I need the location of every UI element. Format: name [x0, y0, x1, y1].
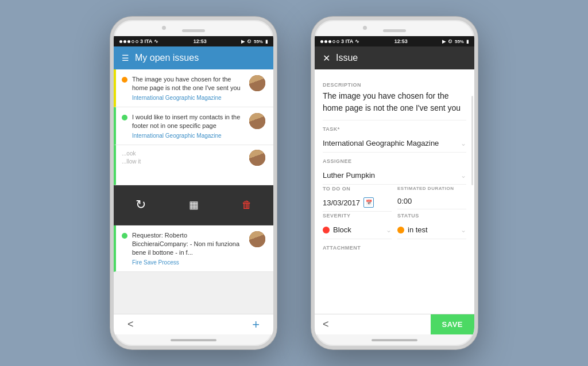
partial-content: ...ook ...llow it: [122, 150, 245, 166]
bottom-nav-left: < +: [114, 314, 273, 334]
back-btn-left[interactable]: <: [127, 318, 134, 330]
todo-date-field[interactable]: 13/03/2017 📅: [323, 194, 392, 212]
rdot-3: [328, 40, 331, 43]
refresh-icon: ↻: [136, 197, 146, 212]
issue-3-link[interactable]: Fire Save Process: [132, 259, 245, 266]
phone-right: 3 ITA ∿ 12:53 ▶ ⏲ 55% ▮ ✕ Issue DESCR: [311, 17, 478, 349]
assignee-value: Luther Pumpkin: [323, 171, 375, 180]
bottom-nav-right: < SAVE: [315, 314, 474, 334]
back-btn-right[interactable]: <: [323, 318, 329, 330]
issue-1-link[interactable]: International Geographic Magazine: [132, 95, 245, 101]
home-indicator-right[interactable]: [372, 339, 417, 341]
issue-header-right: ✕ Issue: [315, 46, 474, 69]
copy-icon: ▦: [189, 198, 199, 211]
swipe-refresh-btn[interactable]: ↻: [126, 193, 155, 217]
status-right-left: ▶ ⏲ 55% ▮: [241, 39, 268, 44]
top-bar-right: [315, 20, 474, 36]
status-bar-left: 3 ITA ∿ 12:53 ▶ ⏲ 55% ▮: [114, 36, 273, 46]
hamburger-icon[interactable]: ☰: [122, 53, 129, 63]
time-left: 12:53: [194, 38, 207, 44]
wifi-icon-right: ∿: [355, 38, 359, 44]
date-duration-row: TO DO ON 13/03/2017 📅 ESTIMATED DURATION…: [323, 186, 466, 212]
speaker-left: [182, 29, 205, 32]
severity-field[interactable]: Block ⌄: [323, 221, 392, 239]
partial-text2: ...llow it: [122, 158, 245, 166]
home-indicator-left[interactable]: [171, 339, 216, 341]
app-title-left: My open issues: [135, 53, 199, 63]
task-field[interactable]: International Geographic Magazine ⌄: [323, 134, 466, 153]
issue-2-avatar: [249, 113, 265, 129]
close-icon[interactable]: ✕: [323, 53, 330, 64]
status-value: in test: [408, 225, 428, 234]
attachment-label: ATTACHMENT: [323, 245, 466, 251]
issue-item-3[interactable]: Requestor: Roberto BicchieraiCompany: - …: [114, 225, 273, 272]
duration-field-wrapper: ESTIMATED DURATION 0:00: [397, 186, 466, 212]
status-dot-green-3: [122, 233, 127, 239]
swipe-actions[interactable]: ↻ ▦ 🗑: [114, 185, 273, 225]
assignee-field[interactable]: Luther Pumpkin ⌄: [323, 166, 466, 185]
severity-label: SEVERITY: [323, 213, 392, 219]
partial-avatar: [249, 150, 265, 166]
status-label: STATUS: [397, 213, 466, 219]
rdot-1: [320, 40, 323, 43]
screen-right: 3 ITA ∿ 12:53 ▶ ⏲ 55% ▮ ✕ Issue DESCR: [315, 36, 474, 334]
add-btn-left[interactable]: +: [252, 317, 260, 332]
screen-left: 3 ITA ∿ 12:53 ▶ ⏲ 55% ▮ ☰ My open issues: [114, 36, 273, 334]
app-header-left: ☰ My open issues: [114, 46, 273, 69]
phone-right-shell: 3 ITA ∿ 12:53 ▶ ⏲ 55% ▮ ✕ Issue DESCR: [311, 17, 478, 349]
issue-item-1[interactable]: The image you have chosen for the home p…: [114, 69, 273, 107]
phone-left: 3 ITA ∿ 12:53 ▶ ⏲ 55% ▮ ☰ My open issues: [110, 17, 277, 349]
severity-chevron: ⌄: [386, 226, 392, 234]
battery-left: 55%: [254, 39, 263, 44]
avatar-img-1: [249, 75, 265, 91]
issue-3-avatar: [249, 231, 265, 247]
status-bar-right: 3 ITA ∿ 12:53 ▶ ⏲ 55% ▮: [315, 36, 474, 46]
task-chevron: ⌄: [461, 139, 466, 147]
status-wrapper: STATUS in test ⌄: [397, 213, 466, 239]
issue-item-2[interactable]: I would like to insert my contacts in th…: [114, 107, 273, 145]
assignee-chevron: ⌄: [461, 172, 466, 180]
issue-1-content: The image you have chosen for the home p…: [132, 75, 245, 101]
swipe-delete-btn[interactable]: 🗑: [233, 194, 261, 216]
dot-3: [127, 40, 130, 43]
duration-label: ESTIMATED DURATION: [397, 186, 466, 191]
signal-dots: [119, 40, 138, 43]
avatar-img-2: [249, 113, 265, 129]
issue-2-text: I would like to insert my contacts in th…: [132, 113, 245, 131]
save-button[interactable]: SAVE: [431, 314, 474, 335]
issue-1-text: The image you have chosen for the home p…: [132, 75, 245, 93]
assignee-label: ASSIGNEE: [323, 158, 466, 164]
calendar-glyph: 📅: [366, 200, 372, 205]
carrier-left: 3 ITA: [140, 38, 152, 44]
calendar-icon[interactable]: 📅: [363, 197, 374, 208]
issue-1-avatar: [249, 75, 265, 91]
todo-date-value: 13/03/2017: [323, 198, 360, 207]
swipe-copy-btn[interactable]: ▦: [180, 194, 208, 216]
dot-4: [131, 40, 134, 43]
rdot-4: [332, 40, 335, 43]
battery-icon-right: ▮: [466, 39, 469, 44]
issue-3-content: Requestor: Roberto BicchieraiCompany: - …: [132, 231, 245, 266]
issue-list: The image you have chosen for the home p…: [114, 69, 273, 314]
rdot-5: [336, 40, 339, 43]
issue-detail-content: DESCRIPTION The image you have chosen fo…: [315, 69, 474, 314]
description-value: The image you have chosen for the home p…: [323, 90, 466, 114]
status-chevron: ⌄: [461, 226, 466, 234]
location-icon-right: ▶: [442, 39, 446, 44]
battery-right: 55%: [455, 39, 464, 44]
description-label: DESCRIPTION: [323, 82, 466, 88]
status-field[interactable]: in test ⌄: [397, 221, 466, 239]
issue-2-link[interactable]: International Geographic Magazine: [132, 133, 245, 139]
todo-field-wrapper: TO DO ON 13/03/2017 📅: [323, 186, 392, 212]
dot-5: [136, 40, 138, 43]
alarm-icon-left: ⏲: [247, 39, 252, 44]
severity-dot-red: [323, 227, 330, 233]
avatar-img-partial: [249, 150, 265, 166]
severity-status-row: SEVERITY Block ⌄ STATUS in test ⌄: [323, 213, 466, 239]
issue-header-title: Issue: [336, 53, 358, 63]
delete-icon: 🗑: [242, 199, 252, 211]
alarm-icon-right: ⏲: [448, 39, 452, 44]
location-icon-left: ▶: [241, 39, 245, 44]
todo-label: TO DO ON: [323, 186, 392, 192]
status-dot-green-2: [122, 115, 127, 120]
